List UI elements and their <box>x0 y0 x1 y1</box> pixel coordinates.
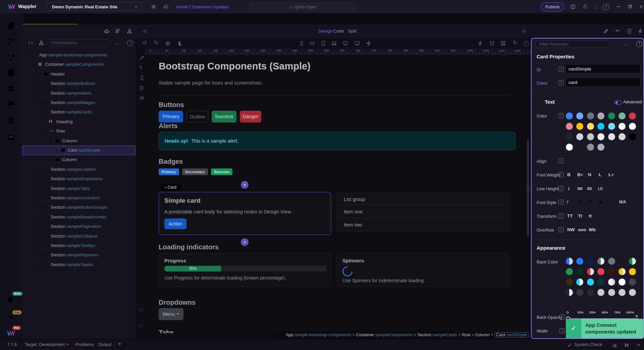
sample-badge-secondary[interactable]: Secondary <box>182 168 208 175</box>
back-color-swatch[interactable] <box>587 268 594 275</box>
visibility-eye-icon[interactable] <box>139 95 145 101</box>
theme-manager-icon[interactable] <box>139 86 145 91</box>
device-laptop-icon[interactable] <box>331 41 337 46</box>
option-b[interactable]: B+ <box>577 172 583 177</box>
hand-icon[interactable] <box>598 199 603 204</box>
text-color-swatch[interactable] <box>566 123 573 130</box>
back-color-swatch[interactable] <box>576 258 583 265</box>
tree-item-samplepagination[interactable]: Section samplePagination <box>22 222 136 231</box>
text-color-swatch[interactable] <box>629 133 636 140</box>
opacity-tick[interactable]: D <box>567 310 569 314</box>
device-screen-icon[interactable] <box>310 41 315 46</box>
info-icon[interactable]: i <box>558 80 564 85</box>
grid-handle-icon[interactable] <box>138 307 144 312</box>
move-section-icon[interactable] <box>536 100 542 106</box>
brush-icon[interactable] <box>139 55 145 60</box>
back-color-swatch[interactable] <box>608 268 615 275</box>
option-tt[interactable]: Tt <box>578 213 582 218</box>
opacity-tick[interactable]: 25% <box>589 310 596 314</box>
option-l[interactable]: L+ <box>608 172 614 177</box>
text-tool-icon[interactable]: T <box>140 65 142 70</box>
opacity-tick[interactable]: 100% <box>626 310 634 314</box>
text-color-swatch[interactable] <box>587 133 594 140</box>
list-group-header[interactable]: List group <box>337 193 509 205</box>
back-color-swatch[interactable] <box>597 279 604 286</box>
target-selector[interactable]: Target: Development ▼ <box>24 342 69 347</box>
list-group-item[interactable]: Item one <box>337 205 509 218</box>
back-color-swatch[interactable] <box>566 279 573 286</box>
redo-icon[interactable]: ↻ <box>154 40 158 46</box>
tree-item-sampleaccordion[interactable]: Section sampleAccordion <box>22 193 136 203</box>
card-body-text[interactable]: A predictable card body for selecting no… <box>164 209 292 214</box>
rail-gear-icon[interactable]: Exp <box>6 313 16 322</box>
id-input[interactable] <box>566 64 641 73</box>
undo-icon[interactable]: ↺ <box>142 40 147 46</box>
option-sm[interactable]: SM <box>577 187 582 191</box>
simple-card[interactable]: Simple card A predictable card body for … <box>159 192 331 235</box>
layout-columns-icon[interactable] <box>570 4 576 9</box>
info-icon[interactable]: i <box>558 213 564 218</box>
settings-gear-icon[interactable] <box>151 4 156 9</box>
class-input[interactable] <box>566 78 641 87</box>
tree-item-heading[interactable]: HHeading <box>22 117 136 127</box>
back-color-swatch[interactable] <box>608 258 615 265</box>
collapse-right-icon[interactable] <box>521 29 527 34</box>
breadcrumb-item[interactable]: Section sampleCards <box>417 333 457 337</box>
font-style-na[interactable]: N/A <box>619 200 626 204</box>
progress-card[interactable]: Progress 35% Use Progress for determinat… <box>159 253 331 287</box>
sample-button-success[interactable]: Success <box>212 111 236 122</box>
text-color-swatch[interactable] <box>587 144 594 151</box>
loaders-heading[interactable]: Loading indicators <box>159 243 219 251</box>
back-color-swatch[interactable] <box>619 289 626 296</box>
tree-item-samplealerts[interactable]: Section sampleAlerts <box>22 89 136 98</box>
back-color-swatch[interactable] <box>629 258 636 265</box>
back-color-swatch[interactable] <box>629 279 636 286</box>
page-title[interactable]: Bootstrap Components (Sample) <box>159 61 311 72</box>
opacity-tick[interactable]: 75% <box>614 310 621 314</box>
rail-robot-icon[interactable] <box>6 132 16 142</box>
breadcrumb-current[interactable]: Card cardSimple <box>494 332 529 338</box>
breadcrumb-item[interactable]: App sample-bootstrap-components <box>286 333 351 337</box>
opacity-tick[interactable]: 10% <box>577 310 584 314</box>
buttons-heading[interactable]: Buttons <box>159 101 184 109</box>
card-action-button[interactable]: Action <box>164 218 186 229</box>
panel-drag-handle-icon[interactable] <box>526 186 531 192</box>
tree-item-samplebadges[interactable]: Section sampleBadges <box>22 98 136 107</box>
sample-button-primary[interactable]: Primary <box>159 111 183 122</box>
rail-puzzle-icon[interactable]: Beta <box>6 294 16 303</box>
panel-more-icon[interactable] <box>623 42 628 48</box>
css-styles-icon[interactable] <box>627 29 632 34</box>
option-1[interactable]: 1 <box>568 187 570 191</box>
text-color-swatch[interactable] <box>566 133 573 140</box>
rail-nodes-icon[interactable] <box>6 53 16 62</box>
tree-item-sampleloaders[interactable]: Section sampleLoaders <box>22 165 136 174</box>
edit-properties-icon[interactable] <box>603 29 608 34</box>
back-color-swatch[interactable] <box>629 289 636 296</box>
info-icon[interactable]: i <box>558 67 564 72</box>
info-icon[interactable]: i <box>559 328 565 333</box>
alerts-heading[interactable]: Alerts <box>159 122 178 130</box>
back-color-swatch[interactable] <box>587 289 594 296</box>
tree-item-header[interactable]: Header <box>22 69 136 79</box>
spinners-card[interactable]: Spinners Use Spinners for indeterminate … <box>337 253 509 287</box>
back-color-swatch[interactable] <box>566 289 573 296</box>
back-color-swatch[interactable] <box>619 279 626 286</box>
dark-mode-moon-icon[interactable] <box>177 41 182 46</box>
text-color-swatch[interactable] <box>629 112 636 119</box>
badges-heading[interactable]: Badges <box>159 158 183 165</box>
rail-routes-icon[interactable] <box>6 84 16 94</box>
text-color-swatch[interactable] <box>597 133 604 140</box>
info-icon[interactable]: i <box>558 113 564 118</box>
rail-git-icon[interactable] <box>6 37 16 46</box>
eraser-icon[interactable] <box>612 342 617 348</box>
option-tt[interactable]: TT <box>567 213 573 218</box>
text-color-swatch[interactable] <box>608 123 615 130</box>
text-color-swatch[interactable] <box>566 144 573 151</box>
help-icon[interactable]: ? <box>603 4 609 10</box>
extension-updates-icon[interactable] <box>163 4 169 9</box>
option-ooo[interactable]: ooo <box>578 227 586 232</box>
breadcrumb-item[interactable]: Row <box>462 333 470 337</box>
add-component-button[interactable]: + <box>241 238 249 246</box>
back-color-swatch[interactable] <box>597 268 604 275</box>
sample-button-danger[interactable]: Danger <box>240 111 261 122</box>
